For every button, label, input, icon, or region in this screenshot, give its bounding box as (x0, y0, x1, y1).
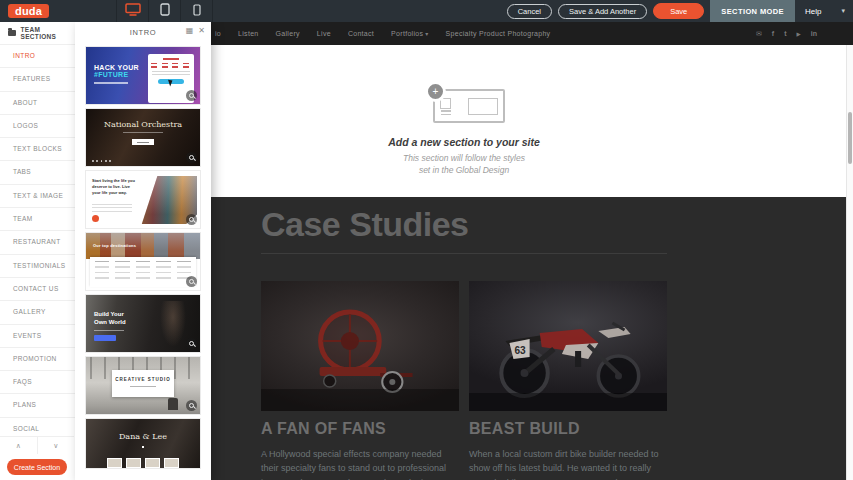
cancel-button[interactable]: Cancel (507, 4, 552, 19)
sidebar-item-tabs[interactable]: TABS (0, 160, 75, 183)
gallery-squares-decoration (107, 458, 179, 468)
dirt-bike-illustration: 63 (469, 281, 667, 411)
sidebar-item-events[interactable]: EVENTS (0, 324, 75, 347)
save-add-another-button[interactable]: Save & Add Another (558, 4, 647, 19)
top-toolbar: duda Cancel Save & Add Another Save SECT… (0, 0, 853, 22)
template-creative-studio[interactable]: CREATIVE STUDIO (86, 357, 200, 414)
scrollbar-thumb[interactable] (848, 112, 852, 164)
mobile-icon (193, 2, 201, 20)
sidebar-item-text-blocks[interactable]: TEXT BLOCKS (0, 137, 75, 160)
sidebar-item-contact-us[interactable]: CONTACT US (0, 277, 75, 300)
help-menu[interactable]: Help (805, 7, 821, 16)
add-section-placeholder[interactable]: + Add a new section to your site This se… (344, 89, 584, 177)
mobile-device-button[interactable] (181, 0, 213, 22)
fan-machine-image (261, 281, 459, 411)
case-study-card-fan: A FAN OF FANS A Hollywood special effect… (261, 281, 459, 480)
chevron-down-icon: ▾ (425, 31, 428, 37)
nav-item-listen[interactable]: Listen (238, 30, 258, 37)
youtube-icon[interactable]: ▶ (797, 31, 801, 37)
twitter-icon[interactable]: t (784, 30, 786, 37)
nav-item-specialty-product-photography[interactable]: Specialty Product Photography (446, 30, 551, 37)
desktop-device-button[interactable] (116, 0, 149, 22)
sidebar-header: TEAM SECTIONS (0, 22, 75, 44)
sidebar-item-logos[interactable]: LOGOS (0, 114, 75, 137)
folder-icon (8, 30, 16, 36)
panel-header: INTRO ▦ ✕ (75, 22, 211, 42)
zoom-preview-icon[interactable] (186, 214, 197, 225)
add-section-title: Add a new section to your site (344, 136, 584, 148)
grid-view-icon[interactable]: ▦ (186, 27, 194, 35)
zoom-preview-icon[interactable] (186, 90, 197, 101)
cursor-icon (168, 79, 174, 87)
sections-sidebar: TEAM SECTIONS INTRO FEATURES ABOUT LOGOS… (0, 22, 76, 480)
card-title: A FAN OF FANS (261, 420, 459, 438)
sidebar-item-plans[interactable]: PLANS (0, 393, 75, 416)
layout-text-lines (441, 108, 451, 115)
template-national-orchestra[interactable]: National Orchestra (86, 109, 200, 166)
button-decoration (132, 139, 154, 145)
create-section-button[interactable]: Create Section (7, 459, 67, 475)
text-line-decoration (130, 386, 156, 387)
bike-number-label: 63 (514, 345, 526, 356)
linkedin-icon[interactable]: in (811, 30, 817, 37)
plus-icon[interactable]: + (425, 81, 446, 102)
slider-dots (92, 160, 111, 162)
duda-logo[interactable]: duda (8, 4, 49, 18)
text-lines-decoration (92, 201, 132, 212)
save-button[interactable]: Save (653, 3, 704, 19)
chair-decoration (168, 398, 178, 410)
toolbar-actions: Cancel Save & Add Another Save SECTION M… (507, 0, 853, 22)
sidebar-item-faqs[interactable]: FAQS (0, 370, 75, 393)
email-icon[interactable]: ✉ (756, 30, 762, 38)
zoom-preview-icon[interactable] (186, 338, 197, 349)
nav-item-live[interactable]: Live (317, 30, 331, 37)
sidebar-item-text-image[interactable]: TEXT & IMAGE (0, 184, 75, 207)
cta-button-decoration (158, 79, 184, 84)
close-icon[interactable]: ✕ (198, 27, 205, 35)
text-line-decoration (123, 132, 163, 133)
case-study-card-bike: 63 BEAST BUILD (469, 281, 667, 480)
divider (261, 253, 667, 254)
device-switcher (116, 0, 213, 22)
sidebar-item-about[interactable]: ABOUT (0, 91, 75, 114)
nav-item-partial[interactable]: io (215, 30, 221, 37)
scroll-up-button[interactable]: ∧ (0, 437, 38, 454)
sidebar-item-team[interactable]: TEAM (0, 207, 75, 230)
layout-thumbnail-large (468, 98, 498, 115)
add-section-illustration: + (433, 89, 495, 123)
chevron-down-icon[interactable]: ▾ (841, 7, 845, 15)
sidebar-item-promotion[interactable]: PROMOTION (0, 347, 75, 370)
section-mode-badge: SECTION MODE (710, 0, 795, 22)
template-hack-your-future[interactable]: HACK YOUR #FUTURE (86, 47, 200, 104)
sidebar-item-restaurant[interactable]: RESTAURANT (0, 230, 75, 253)
nav-item-contact[interactable]: Contact (348, 30, 374, 37)
sidebar-scroll-arrows: ∧ ∨ (0, 436, 74, 454)
template-heading: Dana & Lee (86, 432, 200, 441)
intro-templates-panel: INTRO ▦ ✕ HACK YOUR #FUTURE (75, 22, 211, 480)
tablet-device-button[interactable] (149, 0, 181, 22)
sidebar-item-gallery[interactable]: GALLERY (0, 300, 75, 323)
sidebar-item-testimonials[interactable]: TESTIMONIALS (0, 254, 75, 277)
page-scrollbar[interactable] (846, 45, 853, 480)
fan-machine-illustration (261, 281, 459, 411)
nav-item-portfolios[interactable]: Portfolios▾ (391, 30, 429, 37)
zoom-preview-icon[interactable] (186, 152, 197, 163)
facebook-icon[interactable]: f (772, 30, 774, 37)
desktop-icon (125, 2, 141, 20)
sidebar-item-features[interactable]: FEATURES (0, 67, 75, 90)
case-studies-container: Case Studies (261, 197, 667, 480)
zoom-preview-icon[interactable] (186, 276, 197, 287)
template-list: HACK YOUR #FUTURE National Orchestra (75, 42, 211, 468)
dot-decoration (142, 446, 144, 448)
chevron-down-icon: ∨ (53, 442, 58, 450)
template-dana-and-lee[interactable]: Dana & Lee (86, 419, 200, 468)
scroll-down-button[interactable]: ∨ (38, 437, 75, 454)
template-start-living[interactable]: Start living the life you deserve to liv… (86, 171, 200, 228)
template-top-destinations[interactable]: Our top destinations (86, 233, 200, 290)
template-build-your-own-world[interactable]: Build Your Own World (86, 295, 200, 352)
nav-item-gallery[interactable]: Gallery (276, 30, 300, 37)
zoom-preview-icon[interactable] (186, 400, 197, 411)
sidebar-item-intro[interactable]: INTRO (0, 44, 75, 67)
table-decoration (90, 257, 196, 287)
dirt-bike-image: 63 (469, 281, 667, 411)
